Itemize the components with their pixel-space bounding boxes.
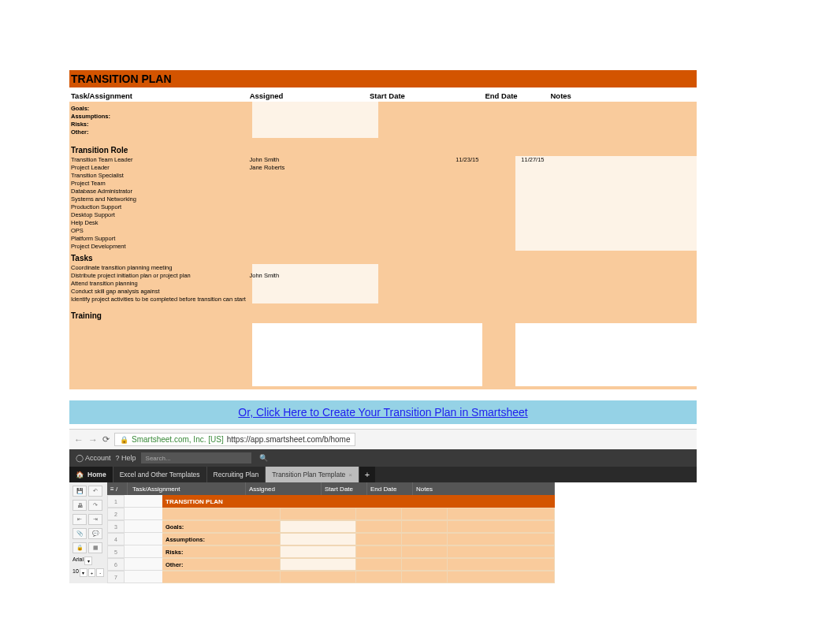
tab-excel[interactable]: Excel and Other Templates [113, 467, 207, 482]
reload-icon[interactable]: ⟳ [102, 434, 110, 445]
row-number[interactable]: 1 [107, 495, 125, 508]
cell-start[interactable] [356, 558, 402, 571]
sheet-row[interactable]: 6Other: [107, 558, 555, 571]
role-end [485, 188, 550, 195]
tasks-block: Coordinate transition planning meetingDi… [69, 264, 697, 303]
cell-end[interactable] [402, 533, 448, 545]
cell-assigned[interactable] [281, 558, 356, 571]
tab-transition-label: Transition Plan Template [272, 471, 345, 478]
cell-assigned[interactable] [281, 545, 356, 558]
col-notes[interactable]: Notes [413, 482, 555, 495]
row-number[interactable]: 5 [107, 545, 125, 558]
cell-notes[interactable] [448, 545, 555, 558]
sheet-row[interactable]: 7 [107, 571, 555, 583]
help-link[interactable]: ? Help [116, 454, 136, 462]
cell-assigned[interactable] [281, 533, 356, 545]
cta-link[interactable]: Or, Click Here to Create Your Transition… [238, 406, 527, 419]
lock-icon: 🔒 [120, 436, 128, 444]
header-end: End Date [485, 91, 550, 100]
cell-end[interactable] [402, 520, 448, 533]
tab-transition-plan[interactable]: Transition Plan Template × [266, 467, 359, 482]
cell-start[interactable] [356, 520, 402, 533]
cell-task[interactable]: Goals: [162, 520, 281, 533]
chevron-down-icon[interactable]: ▾ [84, 557, 92, 565]
cell-end[interactable] [402, 558, 448, 571]
tool-save-icon[interactable]: 💾 [73, 486, 87, 497]
cell-end[interactable] [402, 545, 448, 558]
sheet-row[interactable]: 5Risks: [107, 545, 555, 558]
tool-attach-icon[interactable]: 📎 [73, 528, 87, 539]
tool-undo-icon[interactable]: ↶ [88, 486, 102, 497]
plus-icon[interactable]: + [88, 568, 96, 577]
tab-home[interactable]: 🏠 Home [69, 467, 113, 482]
tool-print-icon[interactable]: 🖶 [73, 500, 87, 511]
tab-recruiting[interactable]: Recruiting Plan [207, 467, 266, 482]
cell-end[interactable] [402, 571, 448, 583]
cell-assigned[interactable] [281, 571, 356, 583]
row-number[interactable]: 6 [107, 558, 125, 571]
sheet-row[interactable]: 1TRANSITION PLAN [107, 495, 555, 508]
col-start[interactable]: Start Date [322, 482, 367, 495]
role-row: Help Desk [69, 219, 697, 227]
search-icon[interactable]: 🔍 [259, 454, 268, 462]
cell-start[interactable] [356, 495, 402, 508]
cell-notes[interactable] [448, 571, 555, 583]
account-link[interactable]: ◯ Account [76, 454, 111, 462]
role-assigned [247, 188, 370, 195]
back-icon[interactable]: ← [74, 434, 84, 445]
url-box[interactable]: 🔒 Smartsheet.com, Inc. [US] https://app.… [114, 433, 355, 446]
cell-end[interactable] [402, 495, 448, 508]
cell-assigned[interactable] [281, 508, 356, 520]
font-selector[interactable]: Arial▾ [73, 557, 104, 565]
cell-task[interactable]: Other: [162, 558, 281, 571]
role-notes [551, 180, 697, 188]
sheet-row[interactable]: 2 [107, 508, 555, 520]
font-size-selector[interactable]: 10▾+- [73, 568, 104, 577]
col-assigned[interactable]: Assigned [246, 482, 322, 495]
cell-task[interactable]: TRANSITION PLAN [162, 495, 281, 508]
cell-end[interactable] [402, 508, 448, 520]
cell-start[interactable] [356, 533, 402, 545]
add-tab-button[interactable]: + [359, 467, 375, 482]
cell-task[interactable]: Risks: [162, 545, 281, 558]
page-canvas: TRANSITION PLAN Task/Assignment Assigned… [0, 0, 766, 583]
chevron-down-icon[interactable]: ▾ [80, 568, 87, 577]
row-gutter [125, 508, 162, 520]
sheet-row[interactable]: 3Goals: [107, 520, 555, 533]
tool-lock-icon[interactable]: 🔒 [73, 542, 87, 553]
browser-address-bar: ← → ⟳ 🔒 Smartsheet.com, Inc. [US] https:… [69, 430, 697, 449]
cell-task[interactable] [162, 508, 281, 520]
cell-notes[interactable] [448, 533, 555, 545]
tool-grid-icon[interactable]: ▦ [88, 542, 102, 553]
cell-start[interactable] [356, 508, 402, 520]
close-icon[interactable]: × [348, 471, 352, 478]
row-number[interactable]: 7 [107, 571, 125, 583]
row-number[interactable]: 4 [107, 533, 125, 545]
tool-redo-icon[interactable]: ↷ [88, 500, 102, 511]
row-number[interactable]: 3 [107, 520, 125, 533]
search-input[interactable]: Search... [141, 452, 251, 463]
minus-icon[interactable]: - [96, 568, 104, 577]
row-number[interactable]: 2 [107, 508, 125, 520]
row-gutter [125, 495, 162, 508]
cell-task[interactable] [162, 571, 281, 583]
header-start: Start Date [370, 91, 485, 100]
cell-start[interactable] [356, 571, 402, 583]
cell-notes[interactable] [448, 520, 555, 533]
cell-start[interactable] [356, 545, 402, 558]
sheet-row[interactable]: 4Assumptions: [107, 533, 555, 545]
cell-assigned[interactable] [281, 520, 356, 533]
cell-notes[interactable] [448, 495, 555, 508]
cell-assigned[interactable] [281, 495, 356, 508]
tool-indent-in-icon[interactable]: ⇥ [88, 514, 102, 525]
row-gutter [125, 533, 162, 545]
cell-notes[interactable] [448, 508, 555, 520]
tool-indent-out-icon[interactable]: ⇤ [73, 514, 87, 525]
col-task[interactable]: Task/Assignment [128, 482, 246, 495]
cell-notes[interactable] [448, 558, 555, 571]
col-end[interactable]: End Date [367, 482, 413, 495]
tool-comment-icon[interactable]: 💬 [88, 528, 102, 539]
cell-task[interactable]: Assumptions: [162, 533, 281, 545]
forward-icon[interactable]: → [88, 434, 98, 445]
role-row: Transition Specialist [69, 172, 697, 180]
